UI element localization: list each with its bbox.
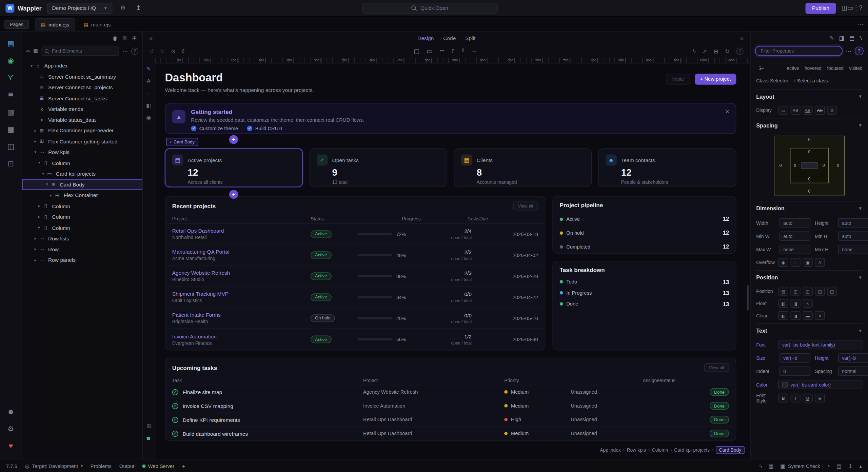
- padding-left-value[interactable]: 0: [794, 163, 796, 168]
- selected-element-chip[interactable]: ‹ Card Body: [166, 138, 198, 146]
- state-toggle[interactable]: visited: [849, 65, 862, 71]
- tab-index-ejs[interactable]: ▤ index.ejs: [35, 18, 75, 31]
- web-server-status[interactable]: Web Server: [142, 463, 174, 469]
- grid-view-icon[interactable]: ⊞: [132, 35, 137, 41]
- position-static-icon[interactable]: ▤: [778, 287, 788, 296]
- dimension-input[interactable]: none: [780, 245, 810, 254]
- preview-display-icon[interactable]: ▦: [769, 463, 774, 469]
- tree-item-column-1[interactable]: ▾ ▯ Column ↧ + ◫: [22, 157, 142, 168]
- grid-guides-icon[interactable]: ⊞: [714, 48, 718, 54]
- view-all-button[interactable]: View all: [704, 363, 729, 372]
- server-actions-icon[interactable]: ◉: [4, 53, 18, 67]
- insert-before-button[interactable]: +: [229, 135, 238, 144]
- view-all-button[interactable]: View all: [513, 201, 538, 210]
- margin-top-value[interactable]: 0: [808, 137, 811, 142]
- grid-toggle-icon[interactable]: ⊞: [146, 423, 151, 429]
- tree-item-variable-trends[interactable]: x Variable trends ↧ + ◫: [22, 103, 142, 114]
- expand-arrow-icon[interactable]: ▾: [44, 182, 50, 187]
- display-hidden-icon[interactable]: ⊘: [827, 106, 837, 115]
- clear-left-icon[interactable]: ◧: [778, 311, 788, 320]
- kpi-card[interactable]: ▦ Clients 8 Accounts managed: [454, 149, 592, 187]
- section-dimension[interactable]: Dimension▼: [756, 201, 862, 214]
- position-fixed-icon[interactable]: ◲: [815, 287, 825, 296]
- breadcrumb-item[interactable]: Row kpis: [627, 447, 650, 453]
- italic-icon[interactable]: I: [790, 394, 800, 402]
- padding-bottom-value[interactable]: 0: [808, 177, 811, 182]
- list-view-icon[interactable]: ≣: [122, 35, 127, 41]
- margin-left-value[interactable]: 0: [780, 163, 782, 168]
- expand-arrow-icon[interactable]: ▸: [37, 204, 42, 208]
- help-icon[interactable]: ?: [859, 4, 863, 11]
- project-link[interactable]: Shipment Tracking MVP: [172, 291, 311, 297]
- project-link[interactable]: Agency Website Refresh: [172, 270, 311, 276]
- panels-layout-icon[interactable]: ◫: [842, 4, 847, 11]
- project-link[interactable]: Invoice Automation: [172, 333, 311, 339]
- dimension-input[interactable]: none: [838, 245, 868, 254]
- project-link[interactable]: Retail Ops Dashboard: [172, 228, 311, 234]
- layers-icon[interactable]: ◫: [4, 139, 18, 153]
- strikethrough-icon[interactable]: S: [815, 394, 825, 402]
- color-swatch[interactable]: [782, 382, 788, 387]
- kpi-card[interactable]: ✓ Open tasks 9 13 total: [310, 149, 448, 187]
- problems-tab[interactable]: Problems: [91, 463, 112, 469]
- section-layout[interactable]: Layout▼: [756, 89, 862, 102]
- dimension-input[interactable]: auto: [838, 218, 868, 228]
- tree-item-app-index[interactable]: ▾ ⌂ App index ↧ + ◫: [22, 60, 142, 71]
- clear-right-icon[interactable]: ◨: [790, 311, 800, 320]
- preview-tablet-landscape-icon[interactable]: ▯: [452, 47, 455, 55]
- actions-icon[interactable]: ϟ: [860, 35, 863, 41]
- overflow-hidden-icon[interactable]: ◌: [790, 258, 800, 267]
- properties-help-icon[interactable]: ?: [855, 46, 864, 55]
- tree-item-column-2[interactable]: ▸ ▯ Column ↧ + ◫: [22, 201, 142, 212]
- find-elements-input[interactable]: [41, 46, 119, 56]
- line-height-input[interactable]: var(--b: [838, 353, 868, 363]
- select-class-button[interactable]: + Select a class: [793, 78, 828, 83]
- margin-right-value[interactable]: 0: [837, 163, 839, 168]
- mode-code[interactable]: Code: [443, 35, 456, 41]
- expand-arrow-icon[interactable]: ▾: [29, 63, 34, 68]
- expand-arrow-icon[interactable]: ▸: [33, 236, 38, 241]
- preview-tablet-icon[interactable]: ▯: [462, 47, 464, 55]
- task-done-icon[interactable]: ✓: [172, 430, 178, 436]
- project-settings-icon[interactable]: ⚙: [118, 4, 128, 12]
- open-in-browser-icon[interactable]: ↗: [703, 48, 707, 54]
- overflow-visible-icon[interactable]: ◉: [778, 258, 788, 267]
- account-icon[interactable]: ☻: [4, 404, 18, 418]
- mode-split[interactable]: Split: [465, 35, 475, 41]
- output-tab[interactable]: Output: [119, 463, 134, 469]
- tree-item-row[interactable]: ▸ ⋯ Row ↧ + ◫: [22, 244, 142, 255]
- expand-arrow-icon[interactable]: ▸: [37, 225, 42, 230]
- assets-manager-icon[interactable]: ▦: [4, 122, 18, 136]
- font-size-input[interactable]: var(--b: [780, 353, 810, 363]
- dimension-input[interactable]: auto: [780, 218, 810, 228]
- tree-item-sc-tasks[interactable]: ≣ Server Connect sc_tasks ↧ + ◫: [22, 93, 142, 103]
- text-indent-input[interactable]: 0: [780, 367, 810, 376]
- position-relative-icon[interactable]: ◰: [790, 287, 800, 296]
- new-project-button[interactable]: + New project: [695, 74, 736, 85]
- collapse-panel-left-icon[interactable]: «: [150, 35, 153, 41]
- breadcrumb-item[interactable]: Card kpi-projects: [674, 447, 713, 453]
- deploy-icon[interactable]: ↥: [134, 4, 143, 12]
- overflow-auto-icon[interactable]: A: [815, 258, 825, 267]
- canvas-scrollbar[interactable]: [747, 285, 749, 311]
- padding-top-value[interactable]: 0: [808, 150, 811, 155]
- text-mode-icon[interactable]: A: [147, 78, 151, 84]
- components-icon[interactable]: ▦: [33, 48, 38, 54]
- task-done-icon[interactable]: ✓: [172, 403, 178, 409]
- margin-bottom-value[interactable]: 0: [808, 189, 811, 194]
- dimension-input[interactable]: auto: [780, 231, 810, 241]
- screenshot-icon[interactable]: ⊙: [171, 48, 176, 54]
- section-spacing[interactable]: Spacing▼: [756, 118, 862, 131]
- tab-main-ejs[interactable]: ▤ main.ejs: [78, 18, 117, 31]
- tree-item-flex-page-header[interactable]: ▸ ⊞ Flex Container page-header ↧ + ◫: [22, 125, 142, 136]
- collapse-statusbar-icon[interactable]: ▴: [859, 463, 862, 469]
- position-absolute-icon[interactable]: ◱: [803, 287, 812, 296]
- expand-arrow-icon[interactable]: ▾: [40, 172, 46, 176]
- task-done-icon[interactable]: ✓: [172, 417, 178, 423]
- text-color-input[interactable]: var(--bs-card-color): [778, 380, 863, 389]
- git-manager-icon[interactable]: ϒ: [4, 70, 18, 84]
- letter-spacing-input[interactable]: normal: [838, 367, 868, 376]
- insert-after-button[interactable]: +: [229, 190, 238, 199]
- state-toggle[interactable]: hovered: [805, 65, 822, 71]
- design-panel-icon[interactable]: ◨: [839, 35, 844, 41]
